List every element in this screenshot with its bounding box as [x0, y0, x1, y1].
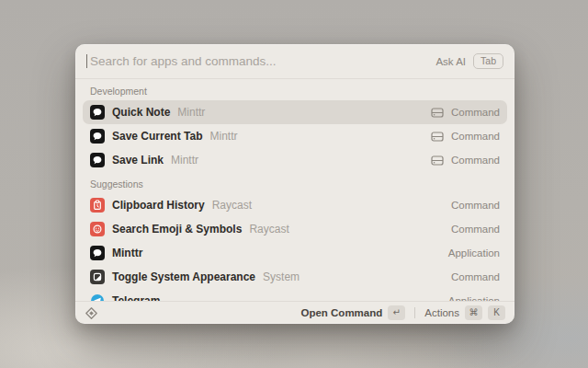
footer-divider — [414, 307, 415, 318]
text-caret — [86, 54, 87, 68]
drive-icon — [431, 131, 444, 143]
section-header-suggestions: Suggestions — [83, 172, 507, 193]
open-command-button[interactable]: Open Command ↵ — [300, 305, 405, 320]
telegram-icon — [90, 293, 105, 301]
minttr-bubble-icon — [90, 246, 105, 260]
list-item-search-emoji[interactable]: Search Emoji & Symbols Raycast Command — [83, 217, 507, 241]
clipboard-icon — [90, 198, 105, 213]
list-item-save-link[interactable]: Save Link Minttr Command — [83, 148, 507, 172]
cmd-key-badge: ⌘ — [465, 305, 482, 320]
list-item-quick-note[interactable]: Quick Note Minttr Command — [83, 100, 507, 124]
drive-icon — [431, 107, 444, 119]
raycast-launcher-window: Ask AI Tab Development Quick Note Minttr… — [75, 44, 514, 324]
minttr-bubble-icon — [90, 153, 105, 167]
emoji-icon — [90, 222, 105, 236]
list-item-toggle-system-appearance[interactable]: Toggle System Appearance System Command — [83, 265, 507, 289]
search-bar: Ask AI Tab — [75, 44, 514, 79]
search-input[interactable] — [90, 54, 435, 68]
minttr-bubble-icon — [90, 105, 105, 120]
raycast-logo-icon — [85, 306, 98, 320]
appearance-icon — [90, 270, 105, 284]
minttr-bubble-icon — [90, 129, 105, 144]
list-item-save-current-tab[interactable]: Save Current Tab Minttr Command — [83, 124, 507, 148]
list-item-telegram[interactable]: Telegram Application — [83, 289, 507, 301]
tab-key-badge: Tab — [473, 53, 503, 69]
ask-ai-button[interactable]: Ask AI — [435, 56, 466, 67]
results-list: Development Quick Note Minttr Command Sa… — [75, 79, 514, 301]
actions-button[interactable]: Actions ⌘ K — [424, 305, 505, 320]
drive-icon — [431, 155, 444, 167]
list-item-minttr-app[interactable]: Minttr Application — [83, 241, 507, 265]
section-header-development: Development — [83, 79, 507, 100]
return-key-badge: ↵ — [388, 305, 405, 320]
action-bar: Open Command ↵ Actions ⌘ K — [75, 301, 514, 324]
list-item-clipboard-history[interactable]: Clipboard History Raycast Command — [83, 193, 507, 217]
k-key-badge: K — [488, 305, 505, 320]
